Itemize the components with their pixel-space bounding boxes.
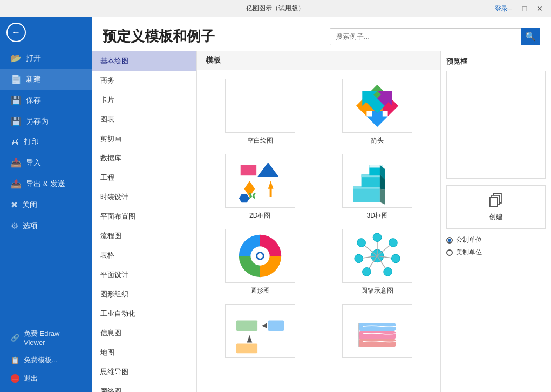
- svg-rect-45: [359, 339, 396, 347]
- sidebar-item-print[interactable]: 🖨 打印: [0, 132, 92, 152]
- sidebar-item-new[interactable]: 📄 新建: [0, 69, 92, 90]
- sidebar-item-label-export: 导出 & 发送: [26, 179, 65, 189]
- template-item-blank[interactable]: 空白绘图: [206, 79, 315, 145]
- sidebar-menu: 📂 打开 📄 新建 💾 保存 💾 另存为 🖨 打印 📥 导入: [0, 48, 92, 320]
- sidebar-item-open[interactable]: 📂 打开: [0, 48, 92, 69]
- sidebar-item-free-template[interactable]: 📋 免费模板...: [0, 351, 92, 369]
- category-item-flatdesign[interactable]: 平面设计: [92, 265, 196, 285]
- sidebar-item-label-close: 关闭: [22, 200, 37, 210]
- category-panel: 基本绘图 商务 卡片 图表 剪切画 数据库 工程 时装设计 平面布置图 流程图 …: [92, 51, 197, 392]
- template-label-2d: 2D框图: [249, 211, 270, 220]
- svg-marker-7: [257, 163, 278, 177]
- sidebar-item-saveas[interactable]: 💾 另存为: [0, 111, 92, 132]
- sidebar-item-edraw[interactable]: 🔗 免费 Edraw Viewer: [0, 325, 92, 351]
- category-item-table[interactable]: 表格: [92, 246, 196, 265]
- template-thumb-3d: [342, 154, 412, 208]
- radio-metric[interactable]: [446, 237, 453, 244]
- category-item-chart[interactable]: 图表: [92, 110, 196, 129]
- exit-icon: —: [11, 374, 19, 383]
- sidebar-item-export[interactable]: 📤 导出 & 发送: [0, 173, 92, 194]
- svg-marker-41: [262, 323, 267, 328]
- template-label-arrow: 箭头: [371, 136, 384, 145]
- import-icon: 📥: [11, 158, 22, 168]
- sidebar-item-close[interactable]: ✖ 关闭: [0, 194, 92, 215]
- category-item-business[interactable]: 商务: [92, 71, 196, 90]
- svg-rect-44: [236, 344, 257, 354]
- maximize-button[interactable]: □: [518, 2, 532, 16]
- export-icon: 📤: [11, 179, 22, 189]
- sidebar-item-label-new: 新建: [26, 75, 41, 84]
- title-bar: 亿图图示（试用版） ─ □ ✕: [0, 0, 551, 17]
- svg-point-24: [257, 253, 263, 259]
- template-thumb-flow2: [342, 304, 412, 358]
- template-item-arrow[interactable]: 箭头: [323, 79, 432, 145]
- search-bar: 🔍: [330, 28, 540, 45]
- sidebar-item-options[interactable]: ⚙ 选项: [0, 215, 92, 236]
- template-item-radial[interactable]: 圆辐示意图: [323, 229, 432, 295]
- sidebar: ← 📂 打开 📄 新建 💾 保存 💾 另存为 🖨 打印: [0, 17, 92, 392]
- category-item-graphorg[interactable]: 图形组织: [92, 285, 196, 304]
- sidebar-item-label-save: 保存: [26, 96, 41, 105]
- template-item-2d[interactable]: 2D框图: [206, 154, 315, 220]
- template-thumb-2d: [225, 154, 295, 208]
- category-item-engineering[interactable]: 工程: [92, 168, 196, 187]
- svg-marker-43: [247, 335, 252, 343]
- print-icon: 🖨: [11, 137, 19, 147]
- search-button[interactable]: 🔍: [521, 28, 540, 45]
- create-label: 创建: [489, 212, 503, 222]
- svg-marker-11: [239, 194, 250, 203]
- category-item-map[interactable]: 地图: [92, 343, 196, 362]
- main-area: 预定义模板和例子 🔍 基本绘图 商务 卡片 图表 剪切画 数据库 工程 时装设计…: [92, 17, 551, 392]
- sidebar-item-label-exit: 退出: [24, 374, 38, 383]
- preview-panel: 预览框 🗍 创建 公制单位 美制单位: [440, 51, 551, 392]
- category-item-clip[interactable]: 剪切画: [92, 129, 196, 148]
- template-label-blank: 空白绘图: [247, 136, 273, 145]
- category-item-network[interactable]: 网络图: [92, 382, 196, 392]
- category-item-flowchart[interactable]: 流程图: [92, 226, 196, 246]
- template-item-3d[interactable]: 3D框图: [323, 154, 432, 220]
- template-thumb-pie: [225, 229, 295, 283]
- sidebar-top: ←: [0, 17, 92, 48]
- sidebar-item-label-options: 选项: [23, 221, 38, 231]
- svg-rect-40: [236, 320, 257, 331]
- unit-option-imperial[interactable]: 美制单位: [446, 248, 546, 257]
- radio-imperial[interactable]: [446, 249, 453, 256]
- template-label-radial: 圆辐示意图: [361, 286, 393, 295]
- sidebar-item-import[interactable]: 📥 导入: [0, 152, 92, 173]
- unit-options: 公制单位 美制单位: [446, 235, 546, 257]
- create-button[interactable]: 🗍 创建: [446, 185, 546, 229]
- template-item-flow1[interactable]: [206, 304, 315, 361]
- svg-point-34: [389, 239, 398, 247]
- free-template-icon: 📋: [11, 356, 19, 364]
- main-header: 预定义模板和例子 🔍: [92, 17, 551, 51]
- sidebar-item-save[interactable]: 💾 保存: [0, 90, 92, 111]
- options-icon: ⚙: [11, 221, 18, 231]
- category-item-card[interactable]: 卡片: [92, 90, 196, 110]
- back-button[interactable]: ←: [6, 23, 26, 42]
- app-body: ← 📂 打开 📄 新建 💾 保存 💾 另存为 🖨 打印: [0, 17, 551, 392]
- unit-option-metric[interactable]: 公制单位: [446, 235, 546, 245]
- save-icon: 💾: [11, 95, 22, 105]
- login-link[interactable]: 登录: [495, 4, 508, 13]
- search-input[interactable]: [330, 32, 521, 40]
- category-item-db[interactable]: 数据库: [92, 148, 196, 168]
- template-item-pie[interactable]: 圆形图: [206, 229, 315, 295]
- content-row: 基本绘图 商务 卡片 图表 剪切画 数据库 工程 时装设计 平面布置图 流程图 …: [92, 51, 551, 392]
- sidebar-item-exit[interactable]: — 退出: [0, 369, 92, 388]
- category-item-infographic[interactable]: 信息图: [92, 323, 196, 343]
- edraw-icon: 🔗: [11, 334, 19, 342]
- svg-rect-46: [359, 331, 396, 339]
- category-item-floorplan[interactable]: 平面布置图: [92, 207, 196, 226]
- category-item-mindmap[interactable]: 思维导图: [92, 362, 196, 382]
- template-label-pie: 圆形图: [250, 286, 270, 295]
- preview-area: [446, 71, 546, 179]
- template-item-flow2[interactable]: [323, 304, 432, 361]
- category-item-industrial[interactable]: 工业自动化: [92, 304, 196, 323]
- category-item-fashion[interactable]: 时装设计: [92, 187, 196, 207]
- template-thumb-flow1: [225, 304, 295, 358]
- category-item-basic[interactable]: 基本绘图: [92, 51, 196, 71]
- close-button[interactable]: ✕: [533, 2, 547, 16]
- template-thumb-blank: [225, 79, 295, 133]
- svg-rect-42: [268, 320, 283, 331]
- close-file-icon: ✖: [11, 200, 18, 210]
